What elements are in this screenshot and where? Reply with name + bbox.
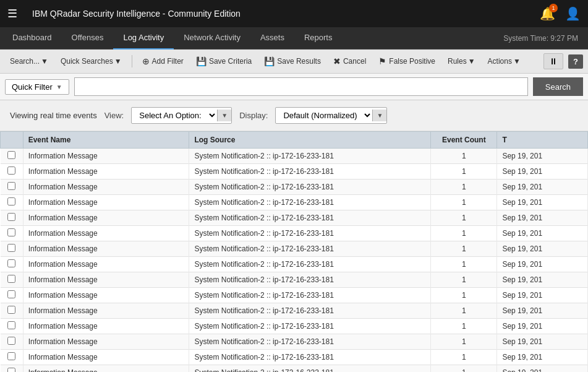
display-select-wrap: Default (Normalized) ▼ xyxy=(275,107,387,124)
cancel-button[interactable]: ✖ Cancel xyxy=(328,54,371,68)
search-dropdown[interactable]: Search... ▼ xyxy=(5,55,53,67)
notification-icon[interactable]: 🔔 1 xyxy=(540,6,555,21)
row-checkbox[interactable] xyxy=(7,337,15,345)
table-row[interactable]: Information Message System Notification-… xyxy=(1,210,588,226)
row-event-count: 1 xyxy=(431,334,497,350)
nav-log-activity[interactable]: Log Activity xyxy=(113,27,174,50)
add-filter-icon: ⊕ xyxy=(142,56,150,66)
row-checkbox[interactable] xyxy=(7,213,15,221)
row-checkbox-cell[interactable] xyxy=(1,257,23,272)
nav-offenses[interactable]: Offenses xyxy=(62,27,114,50)
row-log-source: System Notification-2 :: ip-172-16-233-1… xyxy=(189,288,431,303)
row-checkbox-cell[interactable] xyxy=(1,350,23,365)
table-row[interactable]: Information Message System Notification-… xyxy=(1,241,588,257)
row-event-count: 1 xyxy=(431,257,497,272)
nav-dashboard[interactable]: Dashboard xyxy=(2,27,62,50)
table-row[interactable]: Information Message System Notification-… xyxy=(1,365,588,373)
false-positive-button[interactable]: ⚑ False Positive xyxy=(373,54,440,68)
events-table: Event Name Log Source Event Count T Info… xyxy=(0,131,588,372)
view-select-wrap: Select An Option: ▼ xyxy=(131,107,232,124)
row-checkbox-cell[interactable] xyxy=(1,210,23,226)
nav-network-activity[interactable]: Network Activity xyxy=(174,27,250,50)
toolbar-right: ⏸ ? xyxy=(543,53,583,69)
row-checkbox-cell[interactable] xyxy=(1,288,23,303)
row-checkbox-cell[interactable] xyxy=(1,241,23,257)
col-header-event-count[interactable]: Event Count xyxy=(431,132,497,149)
col-header-event-name[interactable]: Event Name xyxy=(23,132,189,149)
search-button-label: Search xyxy=(545,82,571,92)
row-checkbox-cell[interactable] xyxy=(1,226,23,241)
row-checkbox[interactable] xyxy=(7,259,15,267)
row-checkbox[interactable] xyxy=(7,275,15,283)
table-row[interactable]: Information Message System Notification-… xyxy=(1,272,588,288)
row-checkbox[interactable] xyxy=(7,197,15,205)
col-header-time[interactable]: T xyxy=(497,132,588,149)
row-checkbox[interactable] xyxy=(7,306,15,314)
row-checkbox-cell[interactable] xyxy=(1,319,23,334)
row-checkbox[interactable] xyxy=(7,368,15,372)
pause-button[interactable]: ⏸ xyxy=(543,53,563,69)
row-checkbox[interactable] xyxy=(7,182,15,190)
row-event-name: Information Message xyxy=(23,319,189,334)
table-row[interactable]: Information Message System Notification-… xyxy=(1,350,588,365)
row-log-source: System Notification-2 :: ip-172-16-233-1… xyxy=(189,210,431,226)
table-row[interactable]: Information Message System Notification-… xyxy=(1,164,588,180)
topbar: ☰ IBM QRadar Security Intelligence - Com… xyxy=(0,0,588,27)
row-event-count: 1 xyxy=(431,288,497,303)
row-event-name: Information Message xyxy=(23,241,189,257)
row-time: Sep 19, 201 xyxy=(497,195,588,210)
table-row[interactable]: Information Message System Notification-… xyxy=(1,319,588,334)
view-select-arrow-icon[interactable]: ▼ xyxy=(217,110,231,121)
table-row[interactable]: Information Message System Notification-… xyxy=(1,303,588,319)
row-checkbox-cell[interactable] xyxy=(1,365,23,373)
quick-filter-button[interactable]: Quick Filter ▼ xyxy=(5,79,69,95)
row-checkbox-cell[interactable] xyxy=(1,195,23,210)
row-checkbox[interactable] xyxy=(7,151,15,159)
row-checkbox-cell[interactable] xyxy=(1,180,23,195)
nav-reports[interactable]: Reports xyxy=(294,27,343,50)
user-icon[interactable]: 👤 xyxy=(565,6,581,21)
display-select-arrow-icon[interactable]: ▼ xyxy=(372,110,386,121)
table-row[interactable]: Information Message System Notification-… xyxy=(1,195,588,210)
col-header-log-source[interactable]: Log Source xyxy=(189,132,431,149)
row-checkbox-cell[interactable] xyxy=(1,164,23,180)
row-event-count: 1 xyxy=(431,272,497,288)
view-select[interactable]: Select An Option: xyxy=(132,108,217,123)
search-input[interactable] xyxy=(74,77,528,96)
save-criteria-button[interactable]: 💾 Save Criteria xyxy=(191,54,257,68)
actions-dropdown[interactable]: Actions ▼ xyxy=(483,55,526,67)
row-log-source: System Notification-2 :: ip-172-16-233-1… xyxy=(189,365,431,373)
row-checkbox[interactable] xyxy=(7,167,15,175)
row-log-source: System Notification-2 :: ip-172-16-233-1… xyxy=(189,164,431,180)
row-time: Sep 19, 201 xyxy=(497,272,588,288)
table-row[interactable]: Information Message System Notification-… xyxy=(1,180,588,195)
nav-assets[interactable]: Assets xyxy=(250,27,294,50)
row-log-source: System Notification-2 :: ip-172-16-233-1… xyxy=(189,334,431,350)
table-row[interactable]: Information Message System Notification-… xyxy=(1,149,588,164)
quick-searches-dropdown[interactable]: Quick Searches ▼ xyxy=(56,55,127,67)
help-button[interactable]: ? xyxy=(568,54,583,69)
row-time: Sep 19, 201 xyxy=(497,350,588,365)
table-row[interactable]: Information Message System Notification-… xyxy=(1,257,588,272)
row-log-source: System Notification-2 :: ip-172-16-233-1… xyxy=(189,303,431,319)
hamburger-menu-icon[interactable]: ☰ xyxy=(7,7,22,20)
table-row[interactable]: Information Message System Notification-… xyxy=(1,288,588,303)
row-checkbox[interactable] xyxy=(7,244,15,252)
save-results-button[interactable]: 💾 Save Results xyxy=(259,54,326,68)
row-checkbox[interactable] xyxy=(7,228,15,236)
search-button[interactable]: Search xyxy=(533,77,583,96)
row-event-count: 1 xyxy=(431,149,497,164)
row-checkbox-cell[interactable] xyxy=(1,272,23,288)
row-checkbox-cell[interactable] xyxy=(1,303,23,319)
row-checkbox[interactable] xyxy=(7,290,15,298)
row-checkbox[interactable] xyxy=(7,321,15,329)
table-row[interactable]: Information Message System Notification-… xyxy=(1,334,588,350)
row-checkbox-cell[interactable] xyxy=(1,149,23,164)
row-checkbox[interactable] xyxy=(7,352,15,360)
table-row[interactable]: Information Message System Notification-… xyxy=(1,226,588,241)
row-time: Sep 19, 201 xyxy=(497,241,588,257)
rules-dropdown[interactable]: Rules ▼ xyxy=(443,55,480,67)
row-checkbox-cell[interactable] xyxy=(1,334,23,350)
display-select[interactable]: Default (Normalized) xyxy=(276,108,372,123)
add-filter-button[interactable]: ⊕ Add Filter xyxy=(137,54,189,68)
